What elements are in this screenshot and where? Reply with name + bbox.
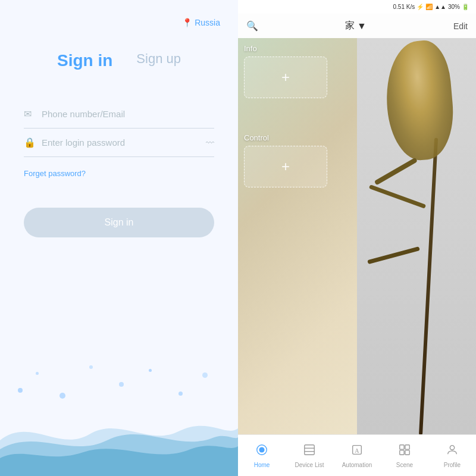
device-list-nav-label: Device List: [295, 462, 324, 468]
home-nav-icon: [255, 443, 268, 460]
svg-rect-7: [400, 444, 404, 449]
svg-rect-8: [405, 444, 409, 449]
control-label: Control: [244, 133, 327, 142]
info-section: Info +: [244, 44, 327, 98]
battery-indicator: 30%: [448, 4, 460, 10]
tab-signup[interactable]: Sign up: [136, 51, 181, 70]
auth-tabs: Sign in Sign up: [57, 51, 181, 70]
automation-nav-label: Automation: [342, 462, 372, 468]
tab-signin[interactable]: Sign in: [57, 51, 112, 70]
nav-item-home[interactable]: Home: [238, 435, 286, 476]
dots-decoration: [0, 357, 238, 405]
location-bar: 📍 Russia: [0, 0, 238, 27]
home-nav-label: Home: [254, 462, 270, 468]
location-display[interactable]: 📍 Russia: [182, 18, 220, 27]
signal-icon: ▲▲: [434, 4, 446, 10]
lock-icon: 🔒: [24, 137, 36, 148]
signin-panel: 📍 Russia Sign in Sign up ✉ 🔒 〰 Forget pa…: [0, 0, 238, 476]
signin-button[interactable]: Sign in: [24, 208, 214, 237]
svg-text:A: A: [355, 447, 359, 453]
smarthome-panel: 0.51 K/s ⚡ 📶 ▲▲ 30% 🔋 🔍 家 ▼ Edit: [238, 0, 476, 476]
profile-nav-label: Profile: [444, 462, 461, 468]
speed-indicator: 0.51 K/s: [393, 4, 415, 10]
edit-button[interactable]: Edit: [453, 21, 468, 31]
add-control-plus-icon: +: [281, 158, 290, 175]
password-input[interactable]: [42, 137, 200, 148]
svg-rect-10: [405, 450, 409, 454]
scene-nav-label: Scene: [396, 462, 413, 468]
location-name: Russia: [195, 18, 220, 27]
eye-toggle-icon[interactable]: 〰: [206, 138, 214, 148]
control-section: Control +: [244, 133, 327, 187]
automation-nav-icon: A: [350, 443, 364, 460]
bluetooth-icon: ⚡: [416, 4, 424, 10]
status-icons: 0.51 K/s ⚡ 📶 ▲▲ 30% 🔋: [393, 4, 469, 10]
email-input-group: ✉: [24, 100, 214, 129]
phone-email-input[interactable]: [42, 109, 214, 119]
add-info-card[interactable]: +: [244, 57, 327, 98]
device-list-nav-icon: [303, 443, 316, 460]
location-pin-icon: 📍: [182, 18, 192, 27]
scene-nav-icon: [398, 443, 411, 460]
search-icon[interactable]: 🔍: [246, 20, 258, 32]
bottom-nav: Home Device List A Automation Scene Prof…: [238, 434, 476, 476]
wave-decoration: [0, 405, 238, 476]
info-label: Info: [244, 44, 327, 53]
nav-item-scene[interactable]: Scene: [381, 435, 428, 476]
svg-point-0: [259, 447, 264, 452]
nav-item-device-list[interactable]: Device List: [286, 435, 333, 476]
battery-icon: 🔋: [462, 4, 469, 10]
svg-point-11: [450, 445, 454, 449]
email-icon: ✉: [24, 108, 36, 120]
svg-rect-9: [400, 450, 404, 454]
add-info-plus-icon: +: [281, 69, 290, 86]
wifi-icon: 📶: [425, 4, 433, 10]
status-bar: 0.51 K/s ⚡ 📶 ▲▲ 30% 🔋: [238, 0, 476, 14]
password-input-group: 🔒 〰: [24, 129, 214, 157]
forget-password-link[interactable]: Forget password?: [24, 169, 86, 178]
home-dropdown-icon[interactable]: ▼: [357, 21, 367, 32]
app-topbar: 🔍 家 ▼ Edit: [238, 14, 476, 38]
profile-nav-icon: [446, 443, 459, 460]
home-background: Info + Control +: [238, 38, 476, 434]
svg-rect-2: [305, 444, 315, 455]
signin-form: ✉ 🔒 〰 Forget password?: [24, 100, 214, 178]
nav-item-automation[interactable]: A Automation: [333, 435, 381, 476]
nav-item-profile[interactable]: Profile: [428, 435, 476, 476]
add-control-card[interactable]: +: [244, 146, 327, 187]
home-name: 家: [345, 20, 355, 32]
home-title-area: 家 ▼: [345, 20, 367, 32]
